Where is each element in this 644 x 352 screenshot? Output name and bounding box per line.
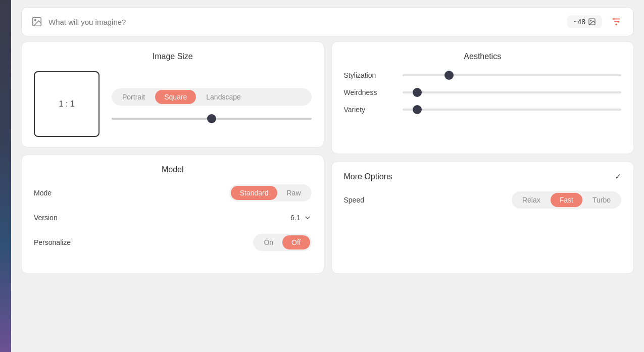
size-slider[interactable] (112, 118, 312, 120)
ratio-label: 1 : 1 (59, 99, 74, 109)
version-select[interactable]: 6.1 (290, 214, 311, 222)
personalize-toggle: On Off (253, 234, 311, 251)
version-value: 6.1 (290, 214, 300, 222)
search-input[interactable] (48, 18, 567, 26)
sidebar-preview (0, 0, 11, 352)
stylization-label: Stylization (344, 71, 394, 79)
credit-badge: ~48 (567, 15, 602, 28)
speed-toggle: Relax Fast Turbo (512, 191, 621, 209)
model-title: Model (34, 165, 312, 174)
mode-row: Mode Standard Raw (34, 184, 312, 205)
weirdness-slider[interactable] (403, 91, 622, 93)
svg-point-1 (34, 19, 36, 21)
variety-label: Variety (344, 106, 394, 114)
model-panel: Model Mode Standard Raw Version 6.1 (21, 155, 324, 274)
image-icon (30, 15, 43, 29)
mode-label: Mode (34, 189, 52, 197)
personalize-row: Personalize On Off (34, 234, 312, 254)
version-row: Version 6.1 (34, 214, 312, 225)
image-preview-box: 1 : 1 (34, 71, 100, 137)
landscape-btn[interactable]: Landscape (197, 90, 250, 104)
portrait-btn[interactable]: Portrait (113, 90, 154, 104)
svg-point-3 (590, 20, 591, 21)
standard-btn[interactable]: Standard (231, 186, 278, 200)
svg-point-8 (618, 21, 620, 23)
weirdness-label: Weirdness (344, 88, 394, 96)
svg-point-9 (615, 24, 617, 26)
mode-toggle: Standard Raw (229, 184, 312, 202)
relax-btn[interactable]: Relax (513, 193, 550, 207)
filter-icon-btn[interactable] (607, 13, 625, 31)
check-icon: ✓ (615, 172, 621, 181)
off-btn[interactable]: Off (282, 235, 310, 249)
version-label: Version (34, 214, 58, 222)
orientation-toggle: Portrait Square Landscape (112, 88, 312, 106)
aesthetics-title: Aesthetics (344, 52, 622, 61)
svg-point-7 (613, 18, 615, 20)
speed-row: Speed Relax Fast Turbo (344, 191, 622, 209)
stylization-row: Stylization (344, 71, 622, 79)
main-content: Image Size 1 : 1 Portrait Square Landsca… (21, 41, 634, 274)
top-bar: ~48 (21, 7, 634, 36)
image-size-panel: Image Size 1 : 1 Portrait Square Landsca… (21, 41, 324, 147)
variety-slider[interactable] (403, 109, 622, 111)
more-options-panel: More Options ✓ Speed Relax Fast Turbo (331, 161, 634, 274)
speed-label: Speed (344, 196, 364, 204)
on-btn[interactable]: On (255, 235, 282, 249)
more-options-title: More Options (344, 172, 392, 181)
stylization-slider[interactable] (403, 74, 622, 76)
variety-row: Variety (344, 106, 622, 114)
more-options-header: More Options ✓ (344, 172, 622, 181)
square-btn[interactable]: Square (155, 90, 196, 104)
fast-btn[interactable]: Fast (551, 193, 582, 207)
image-size-title: Image Size (34, 52, 312, 61)
personalize-label: Personalize (34, 238, 71, 246)
credit-label: ~48 (573, 18, 585, 26)
aesthetics-panel: Aesthetics Stylization Weirdness Variety (331, 41, 634, 154)
raw-btn[interactable]: Raw (277, 186, 310, 200)
weirdness-row: Weirdness (344, 88, 622, 96)
turbo-btn[interactable]: Turbo (583, 193, 620, 207)
